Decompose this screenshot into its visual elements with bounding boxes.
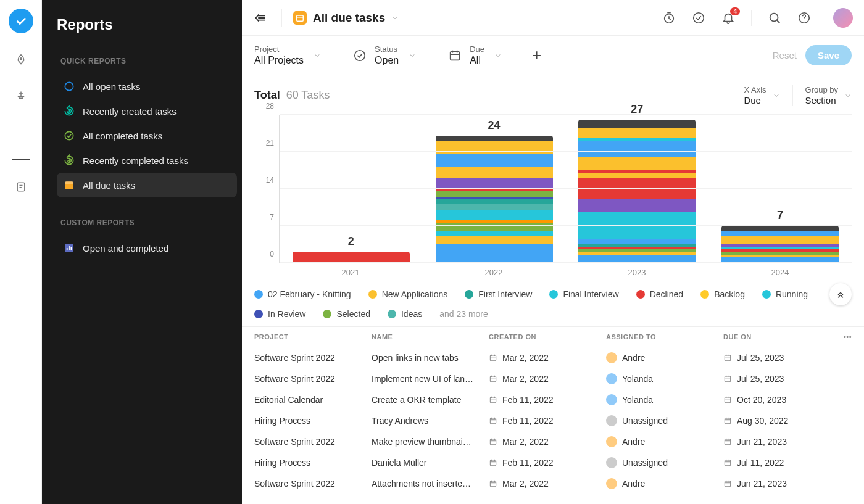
save-button[interactable]: Save: [805, 45, 852, 65]
bar-chart: 07142128 224277: [254, 115, 852, 263]
sidebar-item[interactable]: Recently created tasks: [57, 99, 237, 123]
svg-rect-7: [297, 15, 304, 20]
legend-item[interactable]: In Review: [254, 309, 305, 319]
filter-bar: Project All Projects Status Open Due All…: [242, 36, 864, 75]
chevron-down-icon: [773, 92, 780, 99]
topbar-divider: [281, 9, 282, 27]
svg-rect-13: [451, 51, 460, 60]
table-row[interactable]: Hiring ProcessDaniela MüllerFeb 11, 2022…: [242, 452, 864, 473]
legend-item[interactable]: Declined: [636, 289, 683, 299]
avatar-icon: [606, 352, 617, 363]
page-title: All due tasks: [313, 11, 385, 25]
rail-divider: [12, 159, 30, 160]
svg-rect-18: [490, 397, 496, 403]
chevron-down-icon: [409, 52, 416, 59]
svg-rect-27: [725, 481, 730, 487]
chevron-down-icon: [391, 14, 399, 22]
table-header: PROJECT NAME CREATED ON ASSIGNED TO DUE …: [242, 327, 864, 347]
rocket-icon[interactable]: [12, 52, 30, 69]
legend-more[interactable]: and 23 more: [439, 309, 488, 319]
table-row[interactable]: Software Sprint 2022Attachments not inse…: [242, 473, 864, 494]
search-icon[interactable]: [768, 11, 781, 25]
sidebar-item[interactable]: Open and completed: [57, 236, 237, 260]
pin-icon[interactable]: [12, 88, 30, 105]
legend-item[interactable]: Backlog: [700, 289, 745, 299]
legend-item[interactable]: Running: [762, 289, 808, 299]
svg-rect-23: [725, 439, 730, 445]
svg-rect-22: [490, 439, 496, 445]
svg-point-12: [355, 50, 365, 60]
filter-project[interactable]: Project All Projects: [254, 44, 336, 66]
filter-due[interactable]: Due All: [446, 44, 517, 66]
svg-rect-5: [65, 181, 73, 184]
svg-rect-15: [725, 355, 730, 361]
reset-button[interactable]: Reset: [773, 50, 797, 60]
table-more-icon[interactable]: •••: [844, 333, 852, 341]
bell-icon[interactable]: 4: [721, 11, 735, 25]
check-green-icon: [63, 130, 75, 142]
svg-point-10: [770, 13, 778, 21]
bar-column[interactable]: 2: [280, 115, 423, 263]
add-filter-button[interactable]: +: [532, 46, 541, 65]
note-icon[interactable]: [12, 178, 30, 196]
bar-column[interactable]: 24: [423, 115, 566, 263]
chevron-down-icon: [314, 52, 321, 59]
check-circle-icon[interactable]: [692, 11, 705, 25]
sidebar: Reports QUICK REPORTS All open tasksRece…: [42, 0, 242, 504]
chevron-down-icon: [494, 52, 502, 59]
table-row[interactable]: Editorial CalendarCreate a OKR templateF…: [242, 389, 864, 410]
xaxis-control[interactable]: X Axis Due: [719, 85, 779, 106]
svg-rect-1: [17, 183, 25, 191]
svg-rect-19: [725, 397, 730, 403]
legend-item[interactable]: Ideas: [388, 309, 422, 319]
bar-column[interactable]: 7: [708, 115, 852, 263]
collapse-sidebar-icon[interactable]: [253, 11, 267, 25]
sidebar-item[interactable]: All due tasks: [57, 173, 237, 197]
page-title-dropdown[interactable]: All due tasks: [293, 11, 399, 25]
svg-point-2: [65, 82, 73, 90]
avatar-icon: [606, 373, 617, 384]
sidebar-item[interactable]: All open tasks: [57, 74, 237, 99]
legend-item[interactable]: New Applications: [368, 289, 448, 299]
groupby-control[interactable]: Group by Section: [780, 85, 852, 106]
sidebar-item[interactable]: Recently completed tasks: [57, 148, 237, 173]
main-content: All due tasks 4 Project All Projects: [242, 0, 864, 504]
help-icon[interactable]: [797, 11, 811, 25]
sidebar-item[interactable]: All completed tasks: [57, 123, 237, 148]
reports-icon[interactable]: [12, 123, 30, 141]
total-label: Total: [254, 89, 280, 102]
legend-item[interactable]: 02 February - Knitting: [254, 289, 351, 299]
custom-reports-label: CUSTOM REPORTS: [57, 218, 237, 227]
calendar-icon: [293, 11, 307, 25]
svg-point-3: [65, 131, 73, 139]
refresh-plus-green-icon: [63, 105, 75, 117]
refresh-check-green-icon: [63, 154, 75, 167]
table-row[interactable]: Hiring ProcessTracy AndrewsFeb 11, 2022U…: [242, 410, 864, 431]
nav-rail: [0, 0, 42, 504]
report-purple-icon: [63, 242, 75, 254]
chevron-down-icon: [844, 92, 852, 99]
task-count: 60 Tasks: [286, 89, 330, 102]
table-row[interactable]: Software Sprint 2022Implement new UI of …: [242, 368, 864, 389]
svg-rect-20: [490, 418, 496, 424]
chart-header: Total 60 Tasks X Axis Due Group by Secti…: [254, 85, 852, 106]
notification-badge: 4: [730, 7, 740, 15]
avatar-icon: [606, 394, 617, 405]
sidebar-title: Reports: [57, 16, 237, 33]
table-row[interactable]: Software Sprint 2022Make preview thumbna…: [242, 431, 864, 452]
legend-item[interactable]: First Interview: [465, 289, 532, 299]
timer-icon[interactable]: [662, 11, 676, 25]
user-avatar[interactable]: [833, 8, 853, 28]
topbar: All due tasks 4: [242, 0, 864, 36]
filter-status[interactable]: Status Open: [351, 44, 431, 66]
legend-item[interactable]: Final Interview: [549, 289, 618, 299]
legend-item[interactable]: Selected: [323, 309, 370, 319]
scroll-up-button[interactable]: [829, 283, 852, 305]
table-row[interactable]: Software Sprint 2022Open links in new ta…: [242, 347, 864, 368]
svg-point-0: [20, 58, 22, 60]
avatar-icon: [606, 457, 617, 468]
svg-rect-24: [490, 460, 496, 466]
bar-column[interactable]: 27: [566, 115, 709, 263]
app-logo[interactable]: [9, 9, 33, 33]
calendar-icon: [446, 47, 463, 64]
